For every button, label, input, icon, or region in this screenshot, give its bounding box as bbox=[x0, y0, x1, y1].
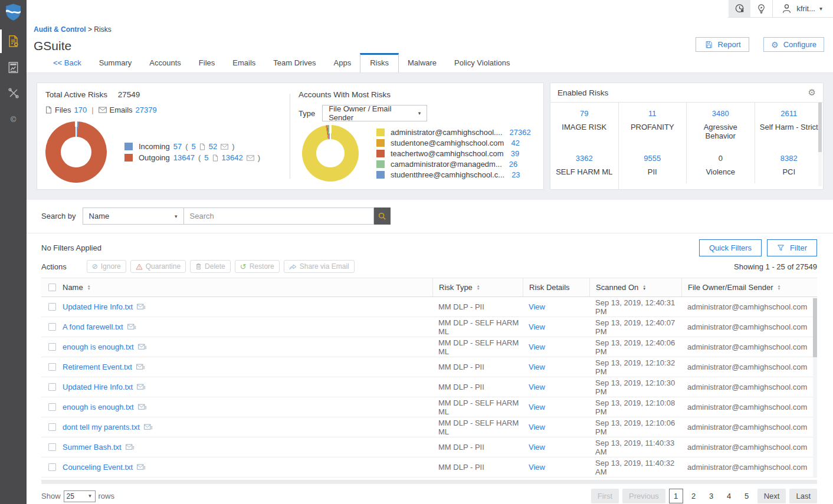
column-header-scanned-on[interactable]: Scanned On ▲▼ bbox=[589, 278, 681, 297]
risk-count-link[interactable]: 3480 bbox=[689, 109, 752, 118]
row-checkbox[interactable] bbox=[48, 423, 56, 431]
quick-filters-button[interactable]: Quick Filters bbox=[699, 239, 762, 256]
scheduled-reports-button[interactable] bbox=[729, 0, 750, 17]
search-button[interactable] bbox=[374, 207, 391, 225]
view-details-link[interactable]: View bbox=[523, 363, 589, 371]
page-4-button[interactable]: 4 bbox=[722, 489, 736, 503]
account-count-link[interactable]: 26 bbox=[509, 160, 517, 169]
user-menu[interactable]: kfrit... ▾ bbox=[773, 0, 833, 17]
account-type-select[interactable]: File Owner / Email Sender ▾ bbox=[322, 105, 427, 121]
previous-page-button[interactable]: Previous bbox=[622, 489, 665, 503]
tab-malware[interactable]: Malware bbox=[399, 54, 445, 73]
risk-type: MM DLP - PII bbox=[432, 463, 523, 472]
risk-count-link[interactable]: 2611 bbox=[757, 109, 821, 118]
risk-count-link[interactable]: 11 bbox=[621, 109, 684, 118]
row-checkbox[interactable] bbox=[48, 443, 56, 451]
filter-button[interactable]: Filter bbox=[767, 239, 817, 256]
horizontal-scrollbar[interactable] bbox=[41, 480, 817, 484]
column-header-risk-details[interactable]: Risk Details bbox=[523, 278, 589, 297]
risk-count-link[interactable]: 8382 bbox=[757, 154, 821, 163]
file-name-link[interactable]: A fond farewell.txt bbox=[63, 322, 432, 331]
row-checkbox[interactable] bbox=[48, 323, 56, 331]
ignore-button[interactable]: ⊘ Ignore bbox=[87, 260, 126, 273]
view-details-link[interactable]: View bbox=[523, 403, 589, 411]
select-all-checkbox[interactable] bbox=[48, 284, 56, 291]
risk-count-link[interactable]: 9555 bbox=[621, 154, 684, 163]
column-header-name[interactable]: Name ▲▼ bbox=[63, 278, 432, 297]
page-1-button[interactable]: 1 bbox=[669, 489, 683, 503]
next-page-button[interactable]: Next bbox=[757, 489, 786, 503]
tab-policy-violations[interactable]: Policy Violations bbox=[445, 54, 519, 73]
page-3-button[interactable]: 3 bbox=[704, 489, 719, 503]
breadcrumb-parent-link[interactable]: Audit & Control bbox=[34, 25, 86, 34]
tab-summary[interactable]: Summary bbox=[90, 54, 141, 73]
incoming-count-link[interactable]: 57 bbox=[173, 142, 182, 151]
tab-back[interactable]: << Back bbox=[44, 54, 90, 73]
page-2-button[interactable]: 2 bbox=[687, 489, 701, 503]
tips-button[interactable] bbox=[750, 0, 772, 17]
column-header-risk-type[interactable]: Risk Type ▲▼ bbox=[432, 278, 523, 297]
risk-count-link[interactable]: 3362 bbox=[553, 154, 616, 163]
file-name-link[interactable]: dont tell my parents.txt bbox=[63, 423, 432, 431]
account-count-link[interactable]: 39 bbox=[511, 149, 519, 158]
scrollbar-thumb[interactable] bbox=[818, 103, 822, 152]
emails-count-link[interactable]: 27379 bbox=[136, 106, 157, 114]
file-name-link[interactable]: enough is enough.txt bbox=[63, 342, 432, 351]
column-header-file-owner[interactable]: File Owner/Email Sender ▲▼ bbox=[681, 278, 817, 297]
view-details-link[interactable]: View bbox=[523, 463, 589, 472]
sidebar-item-reports[interactable] bbox=[0, 54, 27, 80]
incoming-emails-count[interactable]: 52 bbox=[209, 142, 217, 151]
restore-button[interactable]: ↺ Restore bbox=[235, 260, 280, 273]
account-count-link[interactable]: 23 bbox=[511, 170, 520, 179]
sidebar-item-audit[interactable] bbox=[0, 28, 27, 54]
risk-label: PII bbox=[621, 167, 684, 176]
file-name-link[interactable]: Updated Hire Info.txt bbox=[63, 302, 432, 311]
sidebar-item-about[interactable]: © bbox=[0, 106, 27, 132]
configure-button[interactable]: ⚙ Configure bbox=[763, 37, 824, 52]
tab-risks[interactable]: Risks bbox=[360, 53, 399, 73]
tab-files[interactable]: Files bbox=[190, 54, 224, 73]
file-name-link[interactable]: Retirement Event.txt bbox=[63, 363, 432, 371]
tab-apps[interactable]: Apps bbox=[325, 54, 360, 73]
search-field-select[interactable]: Name ▾ bbox=[83, 207, 184, 225]
view-details-link[interactable]: View bbox=[523, 383, 589, 391]
report-button[interactable]: Report bbox=[696, 37, 749, 52]
tab-emails[interactable]: Emails bbox=[224, 54, 264, 73]
row-checkbox[interactable] bbox=[48, 363, 56, 371]
share-via-email-button[interactable]: Share via Email bbox=[284, 260, 355, 273]
view-details-link[interactable]: View bbox=[523, 423, 589, 431]
view-details-link[interactable]: View bbox=[523, 302, 589, 311]
enabled-risks-settings-gear-icon[interactable]: ⚙ bbox=[808, 87, 816, 98]
files-count-link[interactable]: 170 bbox=[74, 106, 87, 114]
last-page-button[interactable]: Last bbox=[789, 489, 817, 503]
account-count-link[interactable]: 42 bbox=[511, 139, 519, 147]
view-details-link[interactable]: View bbox=[523, 342, 589, 351]
row-checkbox[interactable] bbox=[48, 463, 56, 471]
first-page-button[interactable]: First bbox=[591, 489, 619, 503]
view-details-link[interactable]: View bbox=[523, 322, 589, 331]
file-name-link[interactable]: Counceling Event.txt bbox=[63, 463, 432, 472]
delete-button[interactable]: Delete bbox=[190, 260, 231, 273]
file-name-link[interactable]: Summer Bash.txt bbox=[63, 443, 432, 452]
scrollbar-thumb[interactable] bbox=[813, 298, 817, 357]
row-checkbox[interactable] bbox=[48, 383, 56, 391]
outgoing-files-count[interactable]: 5 bbox=[204, 153, 208, 162]
search-input[interactable] bbox=[184, 207, 374, 225]
rows-per-page-select[interactable]: 25 ▼ bbox=[64, 490, 96, 502]
quarantine-button[interactable]: Quarantine bbox=[130, 260, 186, 273]
tab-team-drives[interactable]: Team Drives bbox=[264, 54, 324, 73]
row-checkbox[interactable] bbox=[48, 403, 56, 411]
tab-accounts[interactable]: Accounts bbox=[140, 54, 189, 73]
page-5-button[interactable]: 5 bbox=[740, 489, 754, 503]
outgoing-count-link[interactable]: 13647 bbox=[173, 153, 195, 162]
row-checkbox[interactable] bbox=[48, 343, 56, 351]
outgoing-emails-count[interactable]: 13642 bbox=[222, 153, 243, 162]
row-checkbox[interactable] bbox=[48, 303, 56, 311]
file-name-link[interactable]: enough is enough.txt bbox=[63, 403, 432, 411]
incoming-files-count[interactable]: 5 bbox=[192, 142, 196, 151]
view-details-link[interactable]: View bbox=[523, 443, 589, 452]
risk-count-link[interactable]: 79 bbox=[553, 109, 616, 118]
file-name-link[interactable]: Updated Hire Info.txt bbox=[63, 383, 432, 391]
sidebar-item-tools[interactable] bbox=[0, 80, 27, 106]
account-count-link[interactable]: 27362 bbox=[510, 128, 531, 137]
